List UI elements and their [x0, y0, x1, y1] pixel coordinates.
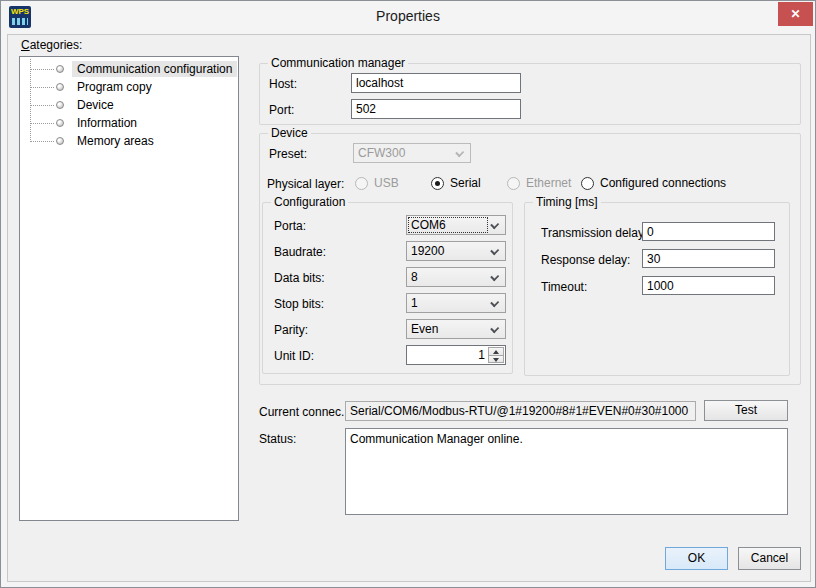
device-group-title: Device: [268, 126, 311, 141]
chevron-down-icon: [490, 220, 499, 229]
categories-tree[interactable]: Communication configuration Program copy…: [19, 56, 239, 521]
spin-down-button[interactable]: [488, 356, 504, 364]
unit-id-value[interactable]: 1: [409, 348, 485, 362]
tree-item-communication-configuration[interactable]: Communication configuration: [20, 60, 238, 78]
tree-item-label[interactable]: Device: [72, 97, 119, 113]
preset-combo: CFW300: [353, 143, 471, 163]
baudrate-label: Baudrate:: [274, 245, 326, 259]
transmission-delay-input[interactable]: 0: [642, 222, 775, 241]
properties-dialog: WPS Properties ✕ Categories: Communicati…: [0, 0, 816, 588]
transmission-delay-label: Transmission delay:: [541, 226, 647, 240]
test-button[interactable]: Test: [704, 400, 788, 421]
tree-item-information[interactable]: Information: [20, 114, 238, 132]
tree-item-program-copy[interactable]: Program copy: [20, 78, 238, 96]
tree-item-device[interactable]: Device: [20, 96, 238, 114]
data-bits-label: Data bits:: [274, 271, 325, 285]
radio-button-icon: [355, 177, 368, 190]
communication-manager-group-title: Communication manager: [268, 56, 408, 71]
tree-node-icon: [56, 137, 64, 145]
chevron-down-icon: [490, 246, 499, 255]
port-label: Port:: [269, 103, 294, 117]
parity-label: Parity:: [274, 323, 308, 337]
chevron-down-icon: [490, 324, 499, 333]
tree-item-label[interactable]: Information: [72, 115, 142, 131]
title-bar: WPS Properties ✕: [1, 1, 815, 33]
tree-node-icon: [56, 83, 64, 91]
baudrate-combo[interactable]: 19200: [406, 241, 506, 261]
stop-bits-label: Stop bits:: [274, 297, 324, 311]
current-connection-label: Current connec...: [259, 405, 351, 419]
radio-usb: USB: [355, 176, 399, 190]
radio-button-icon: [507, 177, 520, 190]
preset-label: Preset:: [269, 147, 307, 161]
tree-item-label[interactable]: Program copy: [72, 79, 157, 95]
unit-id-stepper[interactable]: 1: [406, 345, 506, 365]
parity-combo[interactable]: Even: [406, 319, 506, 339]
physical-layer-label: Physical layer:: [267, 177, 344, 191]
configuration-group-title: Configuration: [271, 195, 348, 210]
radio-serial-label[interactable]: Serial: [450, 176, 481, 190]
porta-label: Porta:: [274, 219, 306, 233]
tree-node-icon: [56, 119, 64, 127]
radio-configured-connections-label[interactable]: Configured connections: [600, 176, 726, 190]
radio-button-icon[interactable]: [581, 177, 594, 190]
radio-ethernet: Ethernet: [507, 176, 571, 190]
arrow-up-icon: [493, 350, 499, 354]
tree-item-memory-areas[interactable]: Memory areas: [20, 132, 238, 150]
response-delay-input[interactable]: 30: [642, 249, 775, 268]
chevron-down-icon: [455, 148, 464, 157]
unit-id-label: Unit ID:: [274, 349, 314, 363]
port-input[interactable]: 502: [351, 99, 521, 119]
status-textarea[interactable]: Communication Manager online.: [345, 428, 788, 515]
chevron-down-icon: [490, 272, 499, 281]
timeout-label: Timeout:: [541, 280, 587, 294]
status-label: Status:: [259, 432, 296, 446]
arrow-down-icon: [493, 358, 499, 362]
tree-node-icon: [56, 101, 64, 109]
timing-group-title: Timing [ms]: [533, 195, 601, 210]
cancel-button[interactable]: Cancel: [738, 547, 801, 570]
host-input[interactable]: localhost: [351, 73, 521, 93]
ok-button[interactable]: OK: [665, 547, 728, 570]
stop-bits-combo[interactable]: 1: [406, 293, 506, 313]
data-bits-combo[interactable]: 8: [406, 267, 506, 287]
timeout-input[interactable]: 1000: [642, 276, 775, 295]
categories-label: Categories:: [21, 38, 82, 52]
chevron-down-icon: [490, 298, 499, 307]
response-delay-label: Response delay:: [541, 253, 630, 267]
radio-usb-label: USB: [374, 176, 399, 190]
current-connection-value: Serial/COM6/Modbus-RTU/@1#19200#8#1#EVEN…: [345, 401, 696, 421]
radio-button-icon[interactable]: [431, 177, 444, 190]
radio-configured-connections[interactable]: Configured connections: [581, 176, 726, 190]
radio-ethernet-label: Ethernet: [526, 176, 571, 190]
radio-serial[interactable]: Serial: [431, 176, 481, 190]
communication-manager-group: Communication manager: [259, 63, 801, 125]
tree-item-label[interactable]: Communication configuration: [72, 61, 237, 77]
close-icon: ✕: [790, 7, 800, 21]
host-label: Host:: [269, 77, 297, 91]
close-button[interactable]: ✕: [778, 2, 813, 26]
spin-up-button[interactable]: [488, 347, 504, 356]
tree-node-icon: [56, 65, 64, 73]
window-title: Properties: [1, 8, 815, 24]
tree-item-label[interactable]: Memory areas: [72, 133, 159, 149]
porta-combo[interactable]: COM6: [406, 215, 506, 235]
